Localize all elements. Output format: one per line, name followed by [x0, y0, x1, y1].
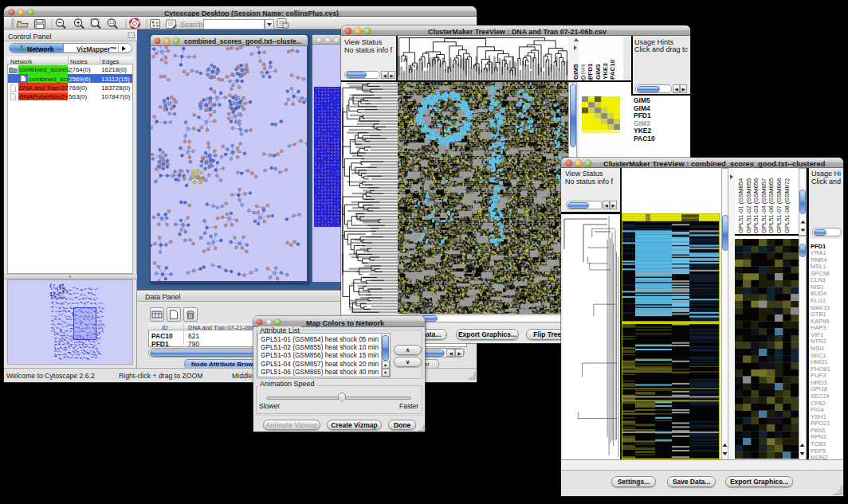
svg-text:1:1: 1:1 [109, 21, 115, 25]
